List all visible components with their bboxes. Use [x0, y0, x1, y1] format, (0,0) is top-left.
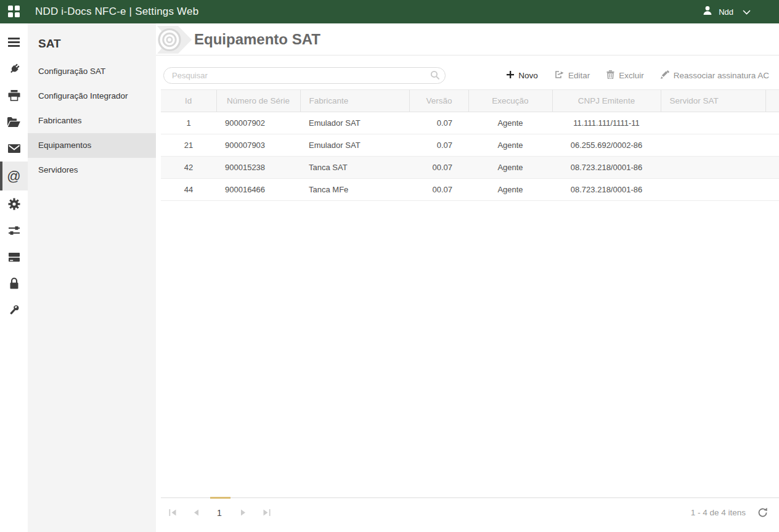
table-row[interactable]: 21900007903Emulador SAT0.07Agente06.255.…	[161, 134, 779, 157]
edit-arrow-box-icon	[555, 70, 564, 81]
cell-filler	[765, 157, 779, 179]
lock-icon[interactable]	[0, 270, 28, 297]
cell-filler	[765, 134, 779, 157]
column-header-cnpj-emitente[interactable]: CNPJ Emitente	[552, 90, 661, 112]
current-page-indicator	[210, 497, 230, 499]
cell-servidor-sat	[661, 157, 765, 179]
excluir-button[interactable]: Excluir	[606, 70, 644, 81]
toolbar: Novo Editar Excluir Reassociar assinatur…	[156, 55, 779, 89]
column-header-id[interactable]: Id	[161, 90, 216, 112]
table-header-row: IdNúmero de SérieFabricanteVersãoExecuçã…	[161, 90, 779, 112]
cell-execucao: Agente	[468, 112, 552, 134]
wrench-icon[interactable]	[0, 297, 28, 323]
cell-cnpj-emitente: 08.723.218/0001-86	[552, 179, 661, 201]
cell-execucao: Agente	[468, 179, 552, 201]
column-header-numero-de-serie[interactable]: Número de Série	[216, 90, 300, 112]
last-page-icon[interactable]	[255, 504, 278, 522]
cell-versao: 00.07	[409, 157, 468, 179]
app-title: NDD i-Docs NFC-e | Settings Web	[35, 6, 198, 18]
folder-open-icon[interactable]	[0, 108, 28, 135]
cell-cnpj-emitente: 11.111.111/1111-11	[552, 112, 661, 134]
plus-icon	[507, 71, 514, 80]
refresh-icon[interactable]	[757, 507, 768, 518]
cell-servidor-sat	[661, 134, 765, 157]
column-header-fabricante[interactable]: Fabricante	[300, 90, 409, 112]
envelope-icon[interactable]	[0, 135, 28, 162]
table-row[interactable]: 44900016466Tanca MFe00.07Agente08.723.21…	[161, 179, 779, 201]
sidebar-item-equipamentos[interactable]: Equipamentos	[28, 133, 156, 158]
server-icon[interactable]	[0, 243, 28, 270]
cell-cnpj-emitente: 06.255.692/0002-86	[552, 134, 661, 157]
cell-numero-de-serie: 900007903	[216, 134, 300, 157]
pencil-icon	[661, 70, 669, 81]
sidebar-item-servidores[interactable]: Servidores	[28, 158, 156, 182]
cell-versao: 0.07	[409, 134, 468, 157]
user-menu[interactable]: Ndd	[702, 5, 779, 18]
novo-button[interactable]: Novo	[507, 71, 538, 80]
pager: 1 1 - 4 de 4 itens	[161, 497, 779, 527]
cell-execucao: Agente	[468, 157, 552, 179]
cell-id: 1	[161, 112, 216, 134]
sidebar-item-fabricantes[interactable]: Fabricantes	[28, 108, 156, 133]
cell-id: 42	[161, 157, 216, 179]
cell-fabricante: Tanca MFe	[300, 179, 409, 201]
user-name: Ndd	[719, 7, 733, 17]
sliders-icon[interactable]	[0, 217, 28, 243]
cell-fabricante: Emulador SAT	[300, 134, 409, 157]
person-icon	[702, 5, 713, 18]
sidebar-title: SAT	[28, 35, 156, 59]
column-header-versao[interactable]: Versão	[409, 90, 468, 112]
first-page-icon[interactable]	[161, 504, 184, 522]
page-1-button[interactable]: 1	[208, 504, 231, 522]
table-row[interactable]: 1900007902Emulador SAT0.07Agente11.111.1…	[161, 112, 779, 134]
column-header-execucao[interactable]: Execução	[468, 90, 552, 112]
next-page-icon[interactable]	[231, 504, 255, 522]
gear-icon[interactable]	[0, 190, 28, 217]
editar-button[interactable]: Editar	[555, 70, 590, 81]
sidebar-item-configuracao-sat[interactable]: Configuração SAT	[28, 59, 156, 84]
search-box	[163, 67, 446, 84]
app-launcher-grid-icon[interactable]	[8, 6, 20, 18]
main-content: Equipamento SAT Novo Editar	[156, 23, 779, 532]
search-icon	[430, 70, 440, 83]
cell-servidor-sat	[661, 112, 765, 134]
cell-fabricante: Emulador SAT	[300, 112, 409, 134]
table-row[interactable]: 42900015238Tanca SAT00.07Agente08.723.21…	[161, 157, 779, 179]
cell-execucao: Agente	[468, 134, 552, 157]
sat-sidebar: SAT Configuração SAT Configuração Integr…	[28, 23, 156, 532]
cell-fabricante: Tanca SAT	[300, 157, 409, 179]
pager-status: 1 - 4 de 4 itens	[691, 508, 746, 517]
chevron-down-icon	[743, 6, 751, 17]
cell-id: 21	[161, 134, 216, 157]
search-input[interactable]	[163, 67, 446, 84]
cell-cnpj-emitente: 08.723.218/0001-86	[552, 157, 661, 179]
icon-rail: @	[0, 23, 28, 532]
reassociar-assinatura-button[interactable]: Reassociar assinatura AC	[661, 70, 769, 81]
cell-numero-de-serie: 900007902	[216, 112, 300, 134]
column-header-filler	[765, 90, 779, 112]
plug-icon[interactable]	[0, 55, 28, 82]
cell-id: 44	[161, 179, 216, 201]
prev-page-icon[interactable]	[184, 504, 208, 522]
cell-filler	[765, 112, 779, 134]
trash-icon	[606, 70, 614, 81]
hamburger-menu-icon[interactable]	[0, 29, 28, 55]
cell-versao: 00.07	[409, 179, 468, 201]
grid-empty-area	[156, 201, 779, 497]
column-header-servidor-sat[interactable]: Servidor SAT	[661, 90, 765, 112]
cell-filler	[765, 179, 779, 201]
at-sign-icon[interactable]: @	[0, 162, 28, 190]
cell-numero-de-serie: 900015238	[216, 157, 300, 179]
printer-icon[interactable]	[0, 82, 28, 108]
page-title: Equipamento SAT	[194, 31, 320, 48]
page-header-target-icon	[156, 24, 195, 58]
sidebar-item-configuracao-integrador[interactable]: Configuração Integrador	[28, 84, 156, 108]
toolbar-actions: Novo Editar Excluir Reassociar assinatur…	[507, 70, 773, 81]
cell-numero-de-serie: 900016466	[216, 179, 300, 201]
page-header: Equipamento SAT	[156, 23, 779, 55]
topbar: NDD i-Docs NFC-e | Settings Web Ndd	[0, 0, 779, 23]
equipamentos-grid: IdNúmero de SérieFabricanteVersãoExecuçã…	[161, 89, 779, 201]
cell-servidor-sat	[661, 179, 765, 201]
cell-versao: 0.07	[409, 112, 468, 134]
